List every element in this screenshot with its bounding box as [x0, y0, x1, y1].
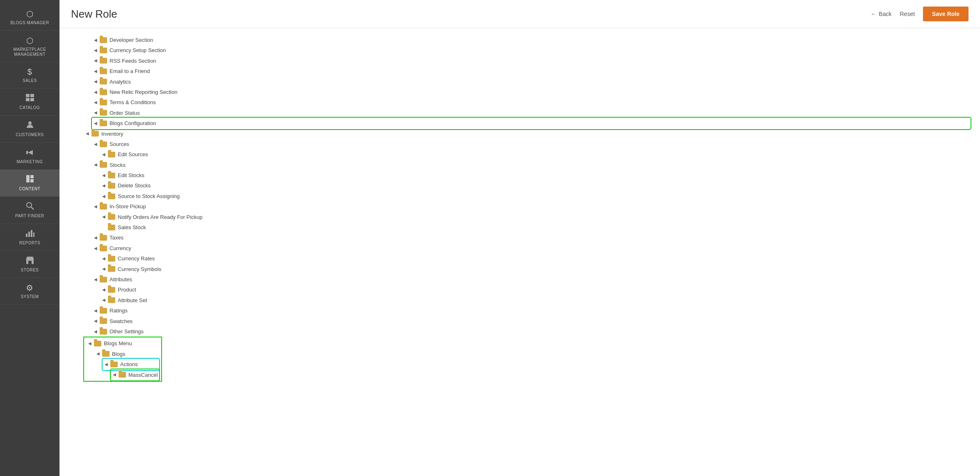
tree-row-delete-stocks[interactable]: ◀ Delete Stocks — [101, 180, 970, 191]
tree-row-currency-setup[interactable]: ◀ Currency Setup Section — [92, 45, 970, 55]
tree-row-other-settings[interactable]: ◀ Other Settings — [92, 326, 970, 337]
tree-row-product[interactable]: ◀ Product — [101, 285, 970, 295]
list-item: ◀ Currency ◀ Currency Rates — [92, 243, 970, 274]
back-button[interactable]: ← Back — [870, 11, 891, 17]
folder-icon — [108, 287, 115, 293]
node-label: MassCancel — [128, 370, 158, 380]
svg-rect-11 — [28, 232, 30, 237]
svg-rect-15 — [28, 261, 32, 264]
tree-row-edit-sources[interactable]: ◀ Edit Sources — [101, 149, 970, 159]
node-label: In-Store Pickup — [110, 202, 146, 211]
node-label: Sales Stock — [118, 223, 146, 232]
back-arrow-icon: ← — [870, 11, 876, 17]
sidebar: ⬡ BLOGS MANAGER ⬡ MARKETPLACEMANAGEMENT … — [0, 0, 59, 476]
sidebar-item-part-finder[interactable]: PART FINDER — [0, 197, 59, 224]
folder-icon — [110, 362, 118, 367]
folder-icon — [100, 204, 107, 210]
sidebar-item-stores[interactable]: STORES — [0, 251, 59, 278]
node-label: Source to Stock Assigning — [118, 191, 180, 201]
sidebar-item-customers[interactable]: CUSTOMERS — [0, 116, 59, 143]
node-label: Actions — [120, 360, 138, 369]
folder-icon — [100, 58, 107, 64]
tree-row-source-to-stock[interactable]: ◀ Source to Stock Assigning — [101, 191, 970, 201]
sidebar-item-blogs-manager[interactable]: ⬡ BLOGS MANAGER — [0, 4, 59, 31]
tree-row-attributes[interactable]: ◀ Attributes — [92, 274, 970, 285]
tree-row-email-friend[interactable]: ◀ Email to a Friend — [92, 66, 970, 76]
tree-row-analytics[interactable]: ◀ Analytics — [92, 77, 970, 87]
tree-row-new-relic[interactable]: ◀ New Relic Reporting Section — [92, 87, 970, 97]
tree-row-notify-pickup[interactable]: ◀ Notify Orders Are Ready For Pickup — [101, 212, 970, 222]
tree-row-sales-stock[interactable]: Sales Stock — [101, 222, 970, 232]
permissions-tree: ◀ Developer Section ◀ Currency Setup Sec… — [84, 35, 970, 381]
node-label: Currency — [110, 244, 131, 253]
sidebar-item-system[interactable]: ⚙ SYSTEM — [0, 278, 59, 305]
tree-row-terms[interactable]: ◀ Terms & Conditions — [92, 97, 970, 107]
list-item: ◀ RSS Feeds Section — [92, 56, 970, 66]
folder-icon — [108, 297, 115, 303]
node-label: Notify Orders Are Ready For Pickup — [118, 212, 203, 222]
customers-icon — [26, 121, 34, 131]
tree-row-inventory[interactable]: ◀ Inventory — [84, 129, 970, 139]
sidebar-item-content[interactable]: CONTENT — [0, 170, 59, 197]
folder-icon — [100, 329, 107, 335]
tree-row-taxes[interactable]: ◀ Taxes — [92, 232, 970, 243]
list-item: ◀ New Relic Reporting Section — [92, 87, 970, 97]
tree-row-blogs-config[interactable]: ◀ Blogs Configuration — [92, 118, 970, 128]
list-item: ◀ Swatches — [92, 316, 970, 326]
sidebar-label-content: CONTENT — [19, 187, 41, 191]
tree-row-sources[interactable]: ◀ Sources — [92, 139, 970, 149]
svg-rect-1 — [30, 94, 34, 97]
save-role-button[interactable]: Save Role — [923, 7, 969, 21]
folder-icon — [108, 183, 115, 189]
sidebar-item-reports[interactable]: REPORTS — [0, 224, 59, 251]
list-item: ◀ Source to Stock Assigning — [101, 191, 970, 201]
sidebar-item-catalog[interactable]: CATALOG — [0, 89, 59, 116]
folder-icon — [108, 266, 115, 272]
sidebar-item-marketing[interactable]: MARKETING — [0, 143, 59, 170]
tree-row-attribute-set[interactable]: ◀ Attribute Set — [101, 295, 970, 305]
toggle-icon: ◀ — [101, 213, 106, 221]
tree-row-rss-feeds[interactable]: ◀ RSS Feeds Section — [92, 56, 970, 66]
tree-row-actions[interactable]: ◀ Actions — [103, 359, 159, 369]
sidebar-label-marketing: MARKETING — [17, 159, 43, 164]
reset-button[interactable]: Reset — [900, 11, 915, 17]
toggle-icon: ◀ — [101, 193, 106, 200]
node-label: Ratings — [110, 306, 128, 315]
folder-icon — [108, 173, 115, 178]
tree-row-currency-rates[interactable]: ◀ Currency Rates — [101, 253, 970, 264]
tree-row-ratings[interactable]: ◀ Ratings — [92, 305, 970, 316]
tree-row-currency-symbols[interactable]: ◀ Currency Symbols — [101, 264, 970, 274]
folder-icon — [100, 100, 107, 105]
node-label: Edit Sources — [118, 150, 148, 159]
tree-row-developer-section[interactable]: ◀ Developer Section — [92, 35, 970, 45]
toggle-icon: ◀ — [101, 151, 106, 158]
toggle-icon: ◀ — [101, 265, 106, 273]
tree-row-blogs[interactable]: ◀ Blogs — [95, 349, 159, 359]
toggle-icon: ◀ — [93, 109, 98, 116]
toggle-icon: ◀ — [93, 68, 98, 75]
tree-row-order-status[interactable]: ◀ Order Status — [92, 108, 970, 118]
tree-row-currency[interactable]: ◀ Currency — [92, 243, 970, 253]
tree-row-masscancel[interactable]: ◀ MassCancel — [111, 370, 159, 380]
tree-area: ◀ Developer Section ◀ Currency Setup Sec… — [59, 28, 980, 476]
tree-row-stocks[interactable]: ◀ Stocks — [92, 160, 970, 170]
folder-icon — [100, 79, 107, 84]
tree-row-instore-pickup[interactable]: ◀ In-Store Pickup — [92, 201, 970, 212]
svg-rect-13 — [33, 232, 34, 237]
node-label: Blogs — [112, 349, 126, 359]
toggle-icon: ◀ — [93, 78, 98, 85]
list-item: ◀ Notify Orders Are Ready For Pickup — [101, 212, 970, 222]
header-actions: ← Back Reset Save Role — [870, 7, 969, 21]
folder-icon — [100, 162, 107, 168]
sidebar-item-marketplace-management[interactable]: ⬡ MARKETPLACEMANAGEMENT — [0, 31, 59, 62]
folder-icon — [108, 214, 115, 220]
tree-row-edit-stocks[interactable]: ◀ Edit Stocks — [101, 170, 970, 180]
toggle-icon: ◀ — [85, 130, 90, 137]
tree-row-blogs-menu[interactable]: ◀ Blogs Menu — [87, 338, 159, 348]
sidebar-item-sales[interactable]: $ SALES — [0, 62, 59, 89]
tree-row-swatches[interactable]: ◀ Swatches — [92, 316, 970, 326]
node-label: Sources — [110, 139, 129, 149]
list-item: ◀ MassCancel — [111, 370, 159, 380]
toggle-icon: ◀ — [93, 120, 98, 127]
tree-row-blogs-menu-outer[interactable] — [84, 337, 970, 337]
